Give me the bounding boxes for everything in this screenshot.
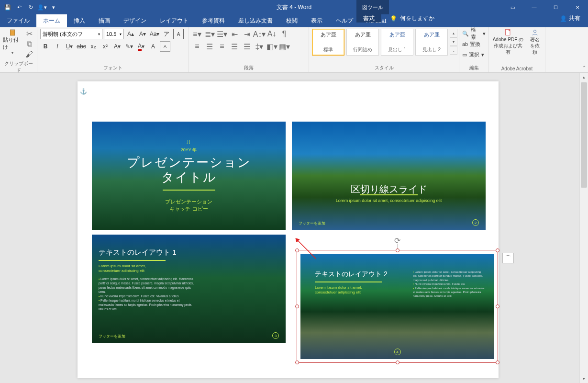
copy-icon[interactable]: ⧉ (24, 39, 34, 49)
change-case-icon[interactable]: Aa▾ (149, 29, 160, 39)
indent-increase-icon[interactable]: ⇥ (241, 29, 253, 39)
justify-icon[interactable]: ☰ (229, 41, 240, 52)
show-marks-icon[interactable]: ¶ (278, 29, 290, 39)
scroll-up-icon[interactable]: ▴ (580, 73, 588, 81)
text-direction-icon[interactable]: A↕▾ (254, 29, 265, 39)
scroll-down-icon[interactable]: ▾ (580, 374, 588, 383)
numbering-icon[interactable]: ≣▾ (204, 29, 215, 39)
cut-icon[interactable]: ✂ (24, 29, 34, 38)
multilevel-icon[interactable]: ☰▾ (216, 29, 228, 39)
scroll-thumb[interactable] (581, 82, 587, 188)
tab-design[interactable]: デザイン (117, 14, 153, 27)
lightbulb-icon: 💡 (390, 15, 397, 22)
slide3-title: テキストのレイアウト 1 (99, 248, 194, 257)
slide2-title: 区切り線スライド (292, 183, 486, 196)
enclose-icon[interactable]: A (173, 29, 184, 39)
indent-decrease-icon[interactable]: ⇤ (229, 29, 240, 39)
bold-icon[interactable]: B (40, 41, 51, 52)
ruby-icon[interactable]: ア (161, 29, 172, 39)
replace-button[interactable]: ab置換 (462, 39, 486, 49)
create-pdf-button[interactable]: Adobe PDF の 作成および共有 (492, 29, 524, 55)
tab-review[interactable]: 校閲 (279, 14, 304, 27)
resize-handle-s[interactable] (396, 360, 399, 364)
tab-help[interactable]: ヘルプ (329, 14, 360, 27)
distribute-icon[interactable]: ☰ (241, 41, 253, 52)
tab-references[interactable]: 参考資料 (195, 14, 232, 27)
borders-icon[interactable]: ▦▾ (278, 41, 290, 52)
close-icon[interactable]: ✕ (566, 0, 588, 14)
request-sign-button[interactable]: 署名 を依頼 (528, 29, 542, 55)
document-area[interactable]: ⚓ 月 20YY 年 プレゼンテーション タイトル プレゼンテーション キャッチ… (0, 73, 579, 383)
tell-me-search[interactable]: 💡 何をしますか (385, 14, 439, 23)
underline-icon[interactable]: U▾ (64, 41, 75, 52)
acrobat-label: Adobe Acrobat (492, 65, 542, 72)
undo-icon[interactable]: ↶ (14, 2, 24, 12)
char-border-icon[interactable]: A (160, 41, 170, 52)
font-size-combo[interactable]: 10.5▾ (104, 29, 124, 39)
slide-2[interactable]: 区切り線スライド Lorem ipsum dolor sit amet, con… (292, 122, 486, 230)
text-effects-icon[interactable]: A▾ (112, 41, 122, 52)
rotate-handle-icon[interactable]: ⟳ (394, 236, 400, 245)
resize-handle-se[interactable] (496, 360, 499, 364)
redo-icon[interactable]: ↻ (26, 2, 35, 12)
select-button[interactable]: ▭選択▾ (462, 50, 486, 59)
group-acrobat: Adobe PDF の 作成および共有 署名 を依頼 Adobe Acrobat (489, 27, 545, 72)
save-icon[interactable]: 💾 (3, 2, 12, 12)
style-no-spacing[interactable]: あア亜行間詰め (346, 29, 379, 56)
highlight-icon[interactable]: ✎▾ (124, 41, 134, 52)
cursor-icon: ▭ (462, 52, 467, 58)
collapse-ribbon-icon[interactable]: ⌃ (582, 65, 586, 70)
share-button[interactable]: 👤 共有 (556, 14, 584, 23)
tab-mailings[interactable]: 差し込み文書 (232, 14, 279, 27)
style-heading1[interactable]: あア亜見出し 1 (381, 29, 413, 56)
resize-handle-w[interactable] (295, 304, 299, 308)
align-center-icon[interactable]: ☰ (204, 41, 215, 52)
superscript-icon[interactable]: x² (100, 41, 111, 52)
slide4-page: 4 (394, 349, 401, 355)
tab-format[interactable]: 書式 (356, 14, 381, 23)
tab-insert[interactable]: 挿入 (67, 14, 92, 27)
vertical-scrollbar[interactable]: ▴ ▾ (579, 73, 588, 383)
resize-handle-e[interactable] (496, 304, 499, 308)
slide-1[interactable]: 月 20YY 年 プレゼンテーション タイトル プレゼンテーション キャッチ コ… (92, 122, 286, 230)
sort-icon[interactable]: A↓ (266, 29, 277, 39)
style-heading2[interactable]: あア亜見出し 2 (415, 29, 448, 56)
bullets-icon[interactable]: ≡▾ (191, 29, 203, 39)
font-color-icon[interactable]: A▾ (136, 41, 146, 52)
tab-file[interactable]: ファイル (0, 14, 36, 27)
minimize-icon[interactable]: — (523, 0, 545, 14)
find-button[interactable]: 🔍検索▾ (462, 29, 486, 38)
tab-draw[interactable]: 描画 (92, 14, 117, 27)
resize-handle-n[interactable] (396, 248, 399, 252)
qat-more-icon[interactable]: ▾ (49, 2, 58, 12)
maximize-icon[interactable]: ☐ (545, 0, 566, 14)
account-icon[interactable]: 👤▾ (37, 2, 47, 12)
format-painter-icon[interactable]: 🖌 (24, 50, 34, 59)
resize-handle-ne[interactable] (496, 248, 499, 252)
slide-4[interactable]: テキストのレイアウト 2 Lorem ipsum dolor sit amet,… (300, 254, 494, 359)
line-spacing-icon[interactable]: ‡▾ (254, 41, 265, 52)
paste-button[interactable]: 貼り付け ▾ (3, 29, 22, 55)
slide-3[interactable]: テキストのレイアウト 1 Lorem ipsum dolor sit amet,… (92, 235, 286, 343)
strike-icon[interactable]: abc (76, 41, 87, 52)
align-left-icon[interactable]: ≡ (191, 41, 203, 52)
resize-handle-sw[interactable] (295, 360, 299, 364)
style-normal[interactable]: あア亜標準 (312, 29, 344, 56)
align-right-icon[interactable]: ≡ (216, 41, 228, 52)
subscript-icon[interactable]: x₂ (88, 41, 99, 52)
tab-layout[interactable]: レイアウト (153, 14, 195, 27)
font-name-combo[interactable]: 游明朝 (本文のフ▾ (40, 29, 102, 39)
layout-options-button[interactable]: ⌒ (502, 253, 514, 263)
slide2-page: 2 (472, 219, 479, 226)
tab-home[interactable]: ホーム (36, 14, 67, 27)
ribbon-options-icon[interactable]: ▭ (502, 0, 523, 14)
styles-more-icon[interactable]: ⌄ (450, 46, 457, 55)
tab-view[interactable]: 表示 (304, 14, 329, 27)
char-shading-icon[interactable]: A (148, 41, 158, 52)
styles-up-icon[interactable]: ▴ (450, 29, 457, 37)
italic-icon[interactable]: I (52, 41, 63, 52)
styles-down-icon[interactable]: ▾ (450, 37, 457, 46)
grow-font-icon[interactable]: A▴ (125, 29, 136, 39)
shrink-font-icon[interactable]: A▾ (137, 29, 148, 39)
shading-icon[interactable]: ◧▾ (266, 41, 277, 52)
